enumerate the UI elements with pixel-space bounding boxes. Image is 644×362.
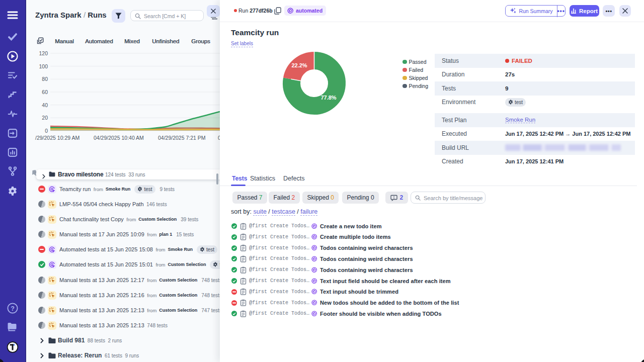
- svg-text:0: 0: [45, 128, 48, 134]
- svg-text:22.2%: 22.2%: [291, 62, 307, 68]
- svg-text:60: 60: [42, 89, 48, 95]
- svg-text:100: 100: [39, 63, 48, 69]
- svg-text:77.8%: 77.8%: [320, 95, 336, 101]
- svg-text:40: 40: [42, 102, 48, 108]
- svg-text:/29/2025 10:29 AM: /29/2025 10:29 AM: [35, 135, 79, 141]
- svg-text:80: 80: [42, 76, 48, 82]
- svg-text:04/29/2025 10:40 AM: 04/29/2025 10:40 AM: [94, 135, 144, 141]
- svg-text:?: ?: [11, 305, 15, 312]
- svg-text:120: 120: [39, 50, 48, 56]
- svg-text:04/29/2025 7:21 PM: 04/29/2025 7:21 PM: [158, 135, 206, 141]
- svg-text:20: 20: [42, 115, 48, 121]
